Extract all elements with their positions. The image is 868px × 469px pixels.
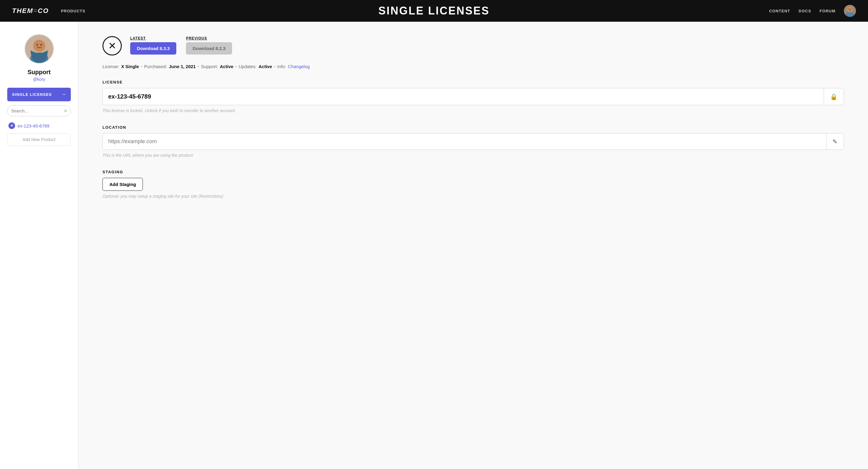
download-latest-button[interactable]: Download 8.3.3 (130, 42, 176, 55)
license-hint: This license is locked. Unlock if you wi… (102, 108, 844, 113)
product-downloads: LATEST Download 8.3.3 PREVIOUS Download … (130, 36, 232, 55)
single-licenses-menu-item[interactable]: SINGLE LICENSES − (7, 88, 71, 101)
changelog-link[interactable]: Changelog (288, 64, 310, 69)
add-new-product-button[interactable]: Add New Product (7, 133, 71, 146)
edit-icon: ✎ (832, 138, 838, 145)
sidebar-user-name: Support (27, 69, 51, 76)
staging-hint: Optional: you may setup a staging site f… (102, 194, 844, 199)
product-item[interactable]: ✕ ex-123-45-6789 (7, 121, 71, 131)
license-section: LICENSE 🔒 This license is locked. Unlock… (102, 80, 844, 113)
product-logo-icon: ✕ (102, 36, 122, 56)
product-item-label: ex-123-45-6789 (18, 123, 50, 128)
logo: THEM=CO (12, 7, 49, 15)
previous-label: PREVIOUS (186, 36, 232, 40)
edit-icon-button[interactable]: ✎ (826, 133, 844, 150)
svg-point-4 (848, 7, 852, 11)
search-input[interactable] (11, 108, 64, 113)
product-header: ✕ LATEST Download 8.3.3 PREVIOUS Downloa… (102, 36, 844, 56)
sidebar-search: ≡ (7, 105, 71, 116)
sidebar: Support @kory SINGLE LICENSES − ≡ ✕ ex-1… (0, 22, 79, 469)
svg-point-6 (850, 9, 851, 9)
sidebar-user-handle: @kory (33, 77, 45, 82)
latest-label: LATEST (130, 36, 176, 40)
lock-icon-button[interactable]: 🔒 (824, 88, 844, 105)
forum-nav-link[interactable]: FORUM (819, 9, 835, 13)
nav-left: PRODUCTS (61, 8, 85, 13)
svg-point-11 (36, 44, 38, 45)
location-section: LOCATION ✎ This is the URL where you are… (102, 125, 844, 158)
minus-icon: − (62, 91, 66, 98)
license-input[interactable] (103, 88, 824, 105)
main-header: THEM=CO PRODUCTS SINGLE LICENSES CONTENT… (0, 0, 868, 22)
location-input-row: ✎ (102, 133, 844, 150)
nav-right: CONTENT DOCS FORUM (769, 5, 856, 17)
location-input[interactable] (103, 133, 826, 150)
sidebar-avatar (24, 34, 54, 64)
location-section-label: LOCATION (102, 125, 844, 130)
svg-point-5 (849, 9, 849, 9)
content-nav-link[interactable]: CONTENT (769, 9, 790, 13)
license-input-row: 🔒 (102, 88, 844, 105)
svg-point-12 (40, 44, 42, 45)
user-avatar[interactable] (844, 5, 856, 17)
previous-download-group: PREVIOUS Download 8.2.3 (186, 36, 232, 55)
download-previous-button[interactable]: Download 8.2.3 (186, 42, 232, 55)
staging-section: STAGING Add Staging Optional: you may se… (102, 170, 844, 199)
single-licenses-label: SINGLE LICENSES (12, 92, 52, 97)
layout: Support @kory SINGLE LICENSES − ≡ ✕ ex-1… (0, 22, 868, 469)
docs-nav-link[interactable]: DOCS (799, 9, 811, 13)
filter-icon: ≡ (64, 108, 67, 114)
add-staging-button[interactable]: Add Staging (102, 178, 143, 191)
license-section-label: LICENSE (102, 80, 844, 84)
lock-icon: 🔒 (830, 93, 838, 100)
page-title: SINGLE LICENSES (378, 4, 490, 17)
main-content: ✕ LATEST Download 8.3.3 PREVIOUS Downloa… (79, 22, 868, 469)
latest-download-group: LATEST Download 8.3.3 (130, 36, 176, 55)
location-hint: This is the URL where you are using the … (102, 153, 844, 158)
staging-section-label: STAGING (102, 170, 844, 174)
product-x-icon: ✕ (8, 122, 15, 129)
products-nav-link[interactable]: PRODUCTS (61, 9, 85, 13)
license-info-bar: License: X Single • Purchased: June 1, 2… (102, 64, 844, 69)
